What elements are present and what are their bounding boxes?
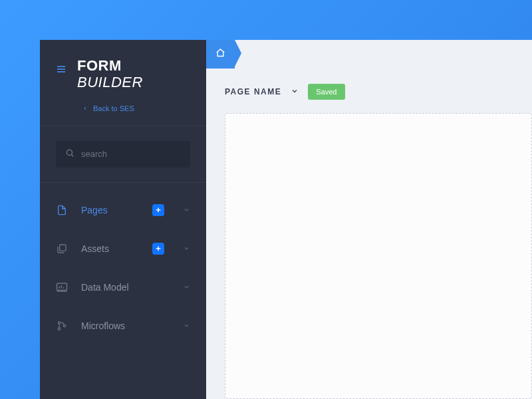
home-icon	[215, 48, 225, 61]
sidebar-header: FORM BUILDER	[40, 40, 206, 100]
chevron-down-icon[interactable]	[183, 204, 190, 216]
app-logo: FORM BUILDER	[77, 57, 143, 91]
app-window: FORM BUILDER Back to SES	[40, 40, 532, 399]
chevron-down-icon[interactable]	[291, 86, 299, 98]
back-link[interactable]: Back to SES	[40, 100, 206, 126]
page-name-dropdown[interactable]: PAGE NAME	[225, 87, 281, 96]
page-toolbar: PAGE NAME Saved	[206, 66, 532, 113]
page-icon	[56, 204, 68, 216]
sidebar-item-assets[interactable]: Assets +	[40, 229, 206, 268]
main-content: PAGE NAME Saved	[206, 40, 532, 399]
logo-top: FORM	[77, 57, 143, 74]
microflows-icon	[56, 320, 68, 332]
chevron-down-icon[interactable]	[183, 281, 190, 293]
add-asset-button[interactable]: +	[152, 243, 164, 255]
sidebar-nav: Pages + Assets + Data	[40, 183, 206, 345]
sidebar-item-label: Microflows	[81, 321, 164, 331]
sidebar-item-pages[interactable]: Pages +	[40, 191, 206, 229]
search-section	[40, 126, 206, 182]
search-box[interactable]	[56, 141, 190, 168]
back-link-label: Back to SES	[93, 104, 134, 112]
home-tab[interactable]	[206, 40, 235, 68]
data-model-icon	[56, 281, 68, 293]
chevron-down-icon[interactable]	[183, 320, 190, 332]
svg-rect-5	[60, 245, 66, 251]
chevron-left-icon	[82, 104, 88, 112]
svg-point-12	[58, 328, 60, 330]
sidebar: FORM BUILDER Back to SES	[40, 40, 206, 399]
add-page-button[interactable]: +	[152, 204, 164, 216]
svg-line-4	[72, 154, 74, 156]
sidebar-item-label: Pages	[81, 205, 139, 215]
svg-point-13	[63, 325, 65, 327]
logo-bottom: BUILDER	[77, 74, 143, 90]
sidebar-item-microflows[interactable]: Microflows	[40, 307, 206, 345]
canvas-area	[206, 113, 532, 399]
sidebar-item-data-model[interactable]: Data Model	[40, 268, 206, 307]
svg-point-11	[58, 321, 60, 323]
sidebar-item-label: Data Model	[81, 282, 164, 293]
search-input[interactable]	[81, 149, 181, 159]
search-icon	[65, 148, 74, 160]
chevron-down-icon[interactable]	[183, 243, 190, 255]
svg-point-3	[66, 150, 72, 155]
assets-icon	[56, 243, 68, 255]
form-canvas[interactable]	[225, 113, 532, 399]
hamburger-menu-icon[interactable]	[56, 64, 66, 77]
status-badge: Saved	[308, 84, 344, 100]
breadcrumb	[206, 40, 235, 68]
sidebar-item-label: Assets	[81, 243, 139, 254]
